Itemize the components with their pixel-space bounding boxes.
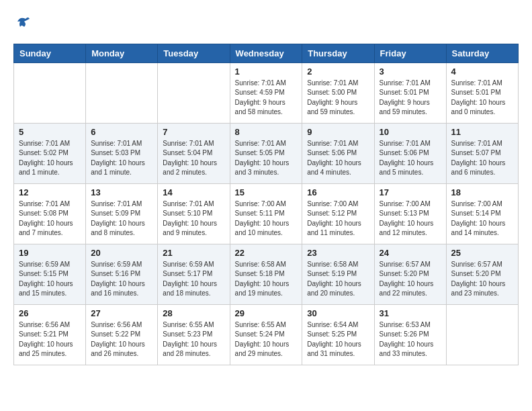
day-number: 10 [380, 127, 441, 137]
day-number: 2 [307, 66, 369, 77]
day-number: 29 [235, 308, 298, 318]
calendar-cell: 12Sunrise: 7:01 AM Sunset: 5:08 PM Dayli… [14, 183, 86, 244]
day-info: Sunrise: 6:59 AM Sunset: 5:15 PM Dayligh… [19, 260, 81, 299]
day-number: 16 [307, 187, 369, 197]
calendar-cell [14, 62, 86, 123]
weekday-header-thursday: Thursday [302, 44, 374, 62]
day-info: Sunrise: 7:00 AM Sunset: 5:14 PM Dayligh… [451, 199, 513, 238]
day-number: 17 [380, 187, 441, 197]
week-row-1: 1Sunrise: 7:01 AM Sunset: 4:59 PM Daylig… [14, 62, 519, 123]
day-number: 27 [91, 308, 152, 318]
calendar-cell: 18Sunrise: 7:00 AM Sunset: 5:14 PM Dayli… [446, 183, 518, 244]
calendar-cell: 7Sunrise: 7:01 AM Sunset: 5:04 PM Daylig… [158, 123, 230, 183]
calendar-cell [158, 62, 230, 123]
logo-bird-icon [15, 13, 31, 30]
day-number: 22 [235, 248, 298, 258]
calendar-cell: 26Sunrise: 6:56 AM Sunset: 5:21 PM Dayli… [14, 304, 86, 365]
day-info: Sunrise: 6:53 AM Sunset: 5:26 PM Dayligh… [380, 320, 441, 359]
calendar-cell: 29Sunrise: 6:55 AM Sunset: 5:24 PM Dayli… [230, 304, 302, 365]
week-row-4: 19Sunrise: 6:59 AM Sunset: 5:15 PM Dayli… [14, 244, 519, 304]
weekday-header-monday: Monday [86, 44, 158, 62]
day-info: Sunrise: 7:01 AM Sunset: 5:09 PM Dayligh… [91, 199, 152, 238]
day-number: 3 [380, 66, 441, 77]
calendar-cell: 8Sunrise: 7:01 AM Sunset: 5:05 PM Daylig… [230, 123, 302, 183]
week-row-2: 5Sunrise: 7:01 AM Sunset: 5:02 PM Daylig… [14, 123, 519, 183]
day-number: 26 [19, 308, 81, 318]
day-number: 11 [451, 127, 513, 137]
week-row-5: 26Sunrise: 6:56 AM Sunset: 5:21 PM Dayli… [14, 304, 519, 365]
day-number: 13 [91, 187, 152, 197]
day-number: 18 [451, 187, 513, 197]
day-info: Sunrise: 7:01 AM Sunset: 5:00 PM Dayligh… [307, 79, 369, 118]
day-info: Sunrise: 7:01 AM Sunset: 5:05 PM Dayligh… [235, 139, 298, 178]
day-info: Sunrise: 6:55 AM Sunset: 5:24 PM Dayligh… [235, 320, 298, 359]
weekday-header-row: SundayMondayTuesdayWednesdayThursdayFrid… [14, 44, 519, 62]
day-info: Sunrise: 7:01 AM Sunset: 5:02 PM Dayligh… [19, 139, 81, 178]
day-info: Sunrise: 6:55 AM Sunset: 5:23 PM Dayligh… [163, 320, 224, 359]
calendar-cell: 19Sunrise: 6:59 AM Sunset: 5:15 PM Dayli… [14, 244, 86, 304]
calendar-cell: 30Sunrise: 6:54 AM Sunset: 5:25 PM Dayli… [302, 304, 374, 365]
day-info: Sunrise: 7:00 AM Sunset: 5:13 PM Dayligh… [380, 199, 441, 238]
calendar-cell: 5Sunrise: 7:01 AM Sunset: 5:02 PM Daylig… [14, 123, 86, 183]
calendar-cell: 27Sunrise: 6:56 AM Sunset: 5:22 PM Dayli… [86, 304, 158, 365]
day-info: Sunrise: 7:01 AM Sunset: 4:59 PM Dayligh… [235, 79, 298, 118]
day-number: 28 [163, 308, 224, 318]
day-number: 9 [307, 127, 369, 137]
calendar-cell: 3Sunrise: 7:01 AM Sunset: 5:01 PM Daylig… [374, 62, 446, 123]
day-info: Sunrise: 7:01 AM Sunset: 5:06 PM Dayligh… [307, 139, 369, 178]
day-number: 4 [451, 66, 513, 77]
weekday-header-saturday: Saturday [446, 44, 518, 62]
day-number: 23 [307, 248, 369, 258]
day-number: 15 [235, 187, 298, 197]
calendar-cell: 2Sunrise: 7:01 AM Sunset: 5:00 PM Daylig… [302, 62, 374, 123]
calendar-cell: 31Sunrise: 6:53 AM Sunset: 5:26 PM Dayli… [374, 304, 446, 365]
day-info: Sunrise: 6:58 AM Sunset: 5:18 PM Dayligh… [235, 260, 298, 299]
day-number: 30 [307, 308, 369, 318]
day-info: Sunrise: 7:00 AM Sunset: 5:12 PM Dayligh… [307, 199, 369, 238]
day-info: Sunrise: 7:01 AM Sunset: 5:08 PM Dayligh… [19, 199, 81, 238]
weekday-header-friday: Friday [374, 44, 446, 62]
calendar-cell: 13Sunrise: 7:01 AM Sunset: 5:09 PM Dayli… [86, 183, 158, 244]
day-info: Sunrise: 6:59 AM Sunset: 5:16 PM Dayligh… [91, 260, 152, 299]
day-info: Sunrise: 7:01 AM Sunset: 5:01 PM Dayligh… [451, 79, 513, 118]
day-number: 20 [91, 248, 152, 258]
calendar-cell: 10Sunrise: 7:01 AM Sunset: 5:06 PM Dayli… [374, 123, 446, 183]
day-info: Sunrise: 7:01 AM Sunset: 5:06 PM Dayligh… [380, 139, 441, 178]
calendar-cell: 28Sunrise: 6:55 AM Sunset: 5:23 PM Dayli… [158, 304, 230, 365]
week-row-3: 12Sunrise: 7:01 AM Sunset: 5:08 PM Dayli… [14, 183, 519, 244]
day-info: Sunrise: 6:57 AM Sunset: 5:20 PM Dayligh… [380, 260, 441, 299]
calendar-cell: 15Sunrise: 7:00 AM Sunset: 5:11 PM Dayli… [230, 183, 302, 244]
day-number: 8 [235, 127, 298, 137]
calendar-table: SundayMondayTuesdayWednesdayThursdayFrid… [13, 44, 519, 365]
day-number: 25 [451, 248, 513, 258]
calendar-cell: 17Sunrise: 7:00 AM Sunset: 5:13 PM Dayli… [374, 183, 446, 244]
day-number: 6 [91, 127, 152, 137]
day-number: 7 [163, 127, 224, 137]
calendar-cell: 23Sunrise: 6:58 AM Sunset: 5:19 PM Dayli… [302, 244, 374, 304]
day-number: 24 [380, 248, 441, 258]
day-number: 5 [19, 127, 81, 137]
calendar-cell: 14Sunrise: 7:01 AM Sunset: 5:10 PM Dayli… [158, 183, 230, 244]
day-number: 31 [380, 308, 441, 318]
day-number: 1 [235, 66, 298, 77]
day-info: Sunrise: 7:01 AM Sunset: 5:03 PM Dayligh… [91, 139, 152, 178]
weekday-header-tuesday: Tuesday [158, 44, 230, 62]
calendar-cell: 11Sunrise: 7:01 AM Sunset: 5:07 PM Dayli… [446, 123, 518, 183]
day-info: Sunrise: 7:01 AM Sunset: 5:04 PM Dayligh… [163, 139, 224, 178]
calendar-cell: 9Sunrise: 7:01 AM Sunset: 5:06 PM Daylig… [302, 123, 374, 183]
weekday-header-sunday: Sunday [14, 44, 86, 62]
day-info: Sunrise: 7:01 AM Sunset: 5:07 PM Dayligh… [451, 139, 513, 178]
calendar-cell: 25Sunrise: 6:57 AM Sunset: 5:20 PM Dayli… [446, 244, 518, 304]
calendar-cell: 24Sunrise: 6:57 AM Sunset: 5:20 PM Dayli… [374, 244, 446, 304]
day-info: Sunrise: 6:56 AM Sunset: 5:22 PM Dayligh… [91, 320, 152, 359]
page-header [13, 13, 519, 33]
day-info: Sunrise: 7:00 AM Sunset: 5:11 PM Dayligh… [235, 199, 298, 238]
day-info: Sunrise: 6:59 AM Sunset: 5:17 PM Dayligh… [163, 260, 224, 299]
calendar-cell [446, 304, 518, 365]
day-number: 12 [19, 187, 81, 197]
weekday-header-wednesday: Wednesday [230, 44, 302, 62]
day-info: Sunrise: 6:58 AM Sunset: 5:19 PM Dayligh… [307, 260, 369, 299]
day-info: Sunrise: 6:54 AM Sunset: 5:25 PM Dayligh… [307, 320, 369, 359]
calendar-cell: 20Sunrise: 6:59 AM Sunset: 5:16 PM Dayli… [86, 244, 158, 304]
calendar-cell: 16Sunrise: 7:00 AM Sunset: 5:12 PM Dayli… [302, 183, 374, 244]
